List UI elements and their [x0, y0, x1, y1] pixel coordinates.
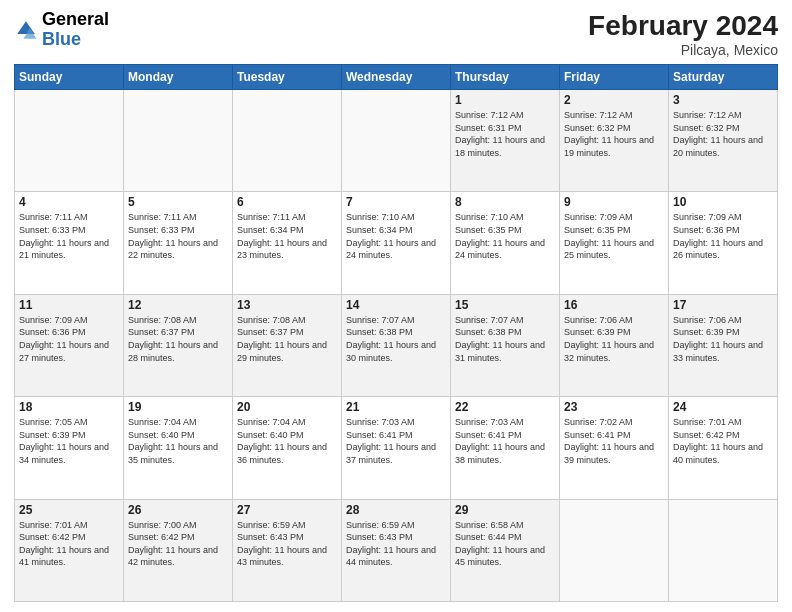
- calendar-cell-w1-d2: [233, 90, 342, 192]
- day-number: 6: [237, 195, 337, 209]
- weekday-header-row: Sunday Monday Tuesday Wednesday Thursday…: [15, 65, 778, 90]
- day-number: 28: [346, 503, 446, 517]
- header-tuesday: Tuesday: [233, 65, 342, 90]
- day-number: 2: [564, 93, 664, 107]
- day-number: 17: [673, 298, 773, 312]
- day-info: Sunrise: 7:11 AM Sunset: 6:33 PM Dayligh…: [128, 211, 228, 261]
- day-info: Sunrise: 6:59 AM Sunset: 6:43 PM Dayligh…: [237, 519, 337, 569]
- week-row-5: 25Sunrise: 7:01 AM Sunset: 6:42 PM Dayli…: [15, 499, 778, 601]
- calendar-cell-w2-d2: 6Sunrise: 7:11 AM Sunset: 6:34 PM Daylig…: [233, 192, 342, 294]
- calendar-cell-w2-d3: 7Sunrise: 7:10 AM Sunset: 6:34 PM Daylig…: [342, 192, 451, 294]
- calendar-cell-w2-d5: 9Sunrise: 7:09 AM Sunset: 6:35 PM Daylig…: [560, 192, 669, 294]
- day-info: Sunrise: 7:09 AM Sunset: 6:36 PM Dayligh…: [19, 314, 119, 364]
- day-info: Sunrise: 7:03 AM Sunset: 6:41 PM Dayligh…: [455, 416, 555, 466]
- week-row-1: 1Sunrise: 7:12 AM Sunset: 6:31 PM Daylig…: [15, 90, 778, 192]
- day-number: 12: [128, 298, 228, 312]
- day-number: 22: [455, 400, 555, 414]
- day-info: Sunrise: 7:06 AM Sunset: 6:39 PM Dayligh…: [673, 314, 773, 364]
- day-info: Sunrise: 7:04 AM Sunset: 6:40 PM Dayligh…: [237, 416, 337, 466]
- calendar-cell-w4-d1: 19Sunrise: 7:04 AM Sunset: 6:40 PM Dayli…: [124, 397, 233, 499]
- day-number: 10: [673, 195, 773, 209]
- calendar-cell-w3-d6: 17Sunrise: 7:06 AM Sunset: 6:39 PM Dayli…: [669, 294, 778, 396]
- week-row-2: 4Sunrise: 7:11 AM Sunset: 6:33 PM Daylig…: [15, 192, 778, 294]
- calendar-title: February 2024: [588, 10, 778, 42]
- header-friday: Friday: [560, 65, 669, 90]
- calendar-cell-w2-d0: 4Sunrise: 7:11 AM Sunset: 6:33 PM Daylig…: [15, 192, 124, 294]
- day-info: Sunrise: 7:03 AM Sunset: 6:41 PM Dayligh…: [346, 416, 446, 466]
- calendar-cell-w2-d6: 10Sunrise: 7:09 AM Sunset: 6:36 PM Dayli…: [669, 192, 778, 294]
- calendar-cell-w3-d1: 12Sunrise: 7:08 AM Sunset: 6:37 PM Dayli…: [124, 294, 233, 396]
- week-row-3: 11Sunrise: 7:09 AM Sunset: 6:36 PM Dayli…: [15, 294, 778, 396]
- day-info: Sunrise: 7:00 AM Sunset: 6:42 PM Dayligh…: [128, 519, 228, 569]
- day-number: 1: [455, 93, 555, 107]
- day-info: Sunrise: 7:12 AM Sunset: 6:32 PM Dayligh…: [673, 109, 773, 159]
- day-info: Sunrise: 7:12 AM Sunset: 6:31 PM Dayligh…: [455, 109, 555, 159]
- day-info: Sunrise: 7:01 AM Sunset: 6:42 PM Dayligh…: [19, 519, 119, 569]
- calendar-cell-w4-d4: 22Sunrise: 7:03 AM Sunset: 6:41 PM Dayli…: [451, 397, 560, 499]
- calendar-cell-w5-d3: 28Sunrise: 6:59 AM Sunset: 6:43 PM Dayli…: [342, 499, 451, 601]
- day-number: 13: [237, 298, 337, 312]
- header: General Blue February 2024 Pilcaya, Mexi…: [14, 10, 778, 58]
- calendar-cell-w3-d5: 16Sunrise: 7:06 AM Sunset: 6:39 PM Dayli…: [560, 294, 669, 396]
- calendar-cell-w5-d2: 27Sunrise: 6:59 AM Sunset: 6:43 PM Dayli…: [233, 499, 342, 601]
- day-number: 18: [19, 400, 119, 414]
- day-info: Sunrise: 7:07 AM Sunset: 6:38 PM Dayligh…: [346, 314, 446, 364]
- day-number: 14: [346, 298, 446, 312]
- day-number: 24: [673, 400, 773, 414]
- day-info: Sunrise: 7:05 AM Sunset: 6:39 PM Dayligh…: [19, 416, 119, 466]
- day-info: Sunrise: 7:12 AM Sunset: 6:32 PM Dayligh…: [564, 109, 664, 159]
- header-wednesday: Wednesday: [342, 65, 451, 90]
- day-info: Sunrise: 7:08 AM Sunset: 6:37 PM Dayligh…: [128, 314, 228, 364]
- day-number: 4: [19, 195, 119, 209]
- header-monday: Monday: [124, 65, 233, 90]
- day-number: 15: [455, 298, 555, 312]
- day-number: 8: [455, 195, 555, 209]
- day-number: 3: [673, 93, 773, 107]
- calendar-cell-w5-d6: [669, 499, 778, 601]
- calendar-cell-w1-d5: 2Sunrise: 7:12 AM Sunset: 6:32 PM Daylig…: [560, 90, 669, 192]
- calendar-cell-w2-d1: 5Sunrise: 7:11 AM Sunset: 6:33 PM Daylig…: [124, 192, 233, 294]
- day-info: Sunrise: 7:07 AM Sunset: 6:38 PM Dayligh…: [455, 314, 555, 364]
- day-info: Sunrise: 6:58 AM Sunset: 6:44 PM Dayligh…: [455, 519, 555, 569]
- calendar-cell-w1-d6: 3Sunrise: 7:12 AM Sunset: 6:32 PM Daylig…: [669, 90, 778, 192]
- day-info: Sunrise: 7:09 AM Sunset: 6:36 PM Dayligh…: [673, 211, 773, 261]
- calendar-cell-w1-d3: [342, 90, 451, 192]
- calendar-cell-w1-d0: [15, 90, 124, 192]
- day-info: Sunrise: 7:10 AM Sunset: 6:35 PM Dayligh…: [455, 211, 555, 261]
- day-number: 27: [237, 503, 337, 517]
- calendar-cell-w5-d1: 26Sunrise: 7:00 AM Sunset: 6:42 PM Dayli…: [124, 499, 233, 601]
- day-number: 23: [564, 400, 664, 414]
- logo-general-text: General: [42, 9, 109, 29]
- day-info: Sunrise: 7:08 AM Sunset: 6:37 PM Dayligh…: [237, 314, 337, 364]
- logo-blue-text: Blue: [42, 29, 81, 49]
- calendar-cell-w5-d0: 25Sunrise: 7:01 AM Sunset: 6:42 PM Dayli…: [15, 499, 124, 601]
- header-saturday: Saturday: [669, 65, 778, 90]
- calendar-cell-w4-d0: 18Sunrise: 7:05 AM Sunset: 6:39 PM Dayli…: [15, 397, 124, 499]
- calendar-cell-w5-d5: [560, 499, 669, 601]
- header-sunday: Sunday: [15, 65, 124, 90]
- day-number: 20: [237, 400, 337, 414]
- calendar-cell-w3-d4: 15Sunrise: 7:07 AM Sunset: 6:38 PM Dayli…: [451, 294, 560, 396]
- day-number: 26: [128, 503, 228, 517]
- day-info: Sunrise: 7:11 AM Sunset: 6:34 PM Dayligh…: [237, 211, 337, 261]
- day-number: 19: [128, 400, 228, 414]
- calendar-table: Sunday Monday Tuesday Wednesday Thursday…: [14, 64, 778, 602]
- title-block: February 2024 Pilcaya, Mexico: [588, 10, 778, 58]
- day-number: 25: [19, 503, 119, 517]
- day-info: Sunrise: 7:04 AM Sunset: 6:40 PM Dayligh…: [128, 416, 228, 466]
- calendar-location: Pilcaya, Mexico: [588, 42, 778, 58]
- day-number: 11: [19, 298, 119, 312]
- logo-icon: [14, 18, 38, 42]
- calendar-cell-w1-d1: [124, 90, 233, 192]
- calendar-cell-w1-d4: 1Sunrise: 7:12 AM Sunset: 6:31 PM Daylig…: [451, 90, 560, 192]
- calendar-cell-w4-d6: 24Sunrise: 7:01 AM Sunset: 6:42 PM Dayli…: [669, 397, 778, 499]
- day-info: Sunrise: 7:11 AM Sunset: 6:33 PM Dayligh…: [19, 211, 119, 261]
- calendar-cell-w3-d2: 13Sunrise: 7:08 AM Sunset: 6:37 PM Dayli…: [233, 294, 342, 396]
- day-number: 21: [346, 400, 446, 414]
- day-number: 9: [564, 195, 664, 209]
- day-number: 5: [128, 195, 228, 209]
- calendar-cell-w5-d4: 29Sunrise: 6:58 AM Sunset: 6:44 PM Dayli…: [451, 499, 560, 601]
- calendar-cell-w4-d3: 21Sunrise: 7:03 AM Sunset: 6:41 PM Dayli…: [342, 397, 451, 499]
- day-number: 7: [346, 195, 446, 209]
- day-info: Sunrise: 7:02 AM Sunset: 6:41 PM Dayligh…: [564, 416, 664, 466]
